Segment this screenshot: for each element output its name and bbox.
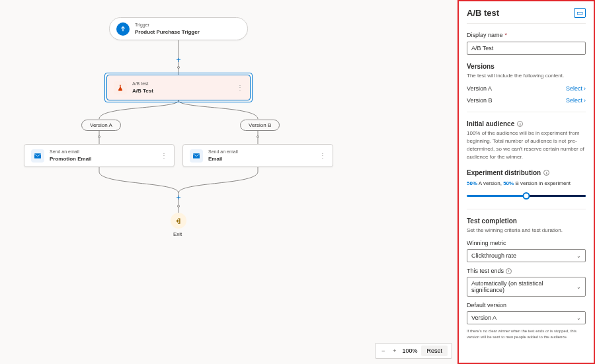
- default-version-label: Default version: [467, 302, 586, 309]
- version-a-select-link[interactable]: Select›: [566, 85, 586, 92]
- chevron-down-icon: ⌄: [576, 315, 581, 321]
- distribution-title: Experiment distribution i: [467, 169, 586, 176]
- chevron-right-icon: ›: [584, 97, 586, 104]
- info-icon[interactable]: i: [517, 121, 523, 127]
- abtest-properties-panel: A/B test ▭ Display name* Versions The te…: [457, 0, 595, 364]
- connector-dot: [98, 135, 100, 138]
- display-name-label: Display name*: [467, 32, 586, 38]
- connector-dot: [177, 66, 180, 69]
- svg-rect-7: [34, 153, 41, 159]
- chevron-down-icon: ⌄: [576, 284, 581, 290]
- email-node-b[interactable]: Send an email Email ⋮: [182, 144, 333, 167]
- test-ends-label: This test ends i: [467, 268, 586, 274]
- abtest-node-selected[interactable]: A/B test A/B Test ⋮: [104, 73, 253, 102]
- exit-label: Exit: [173, 231, 182, 237]
- add-step-plus[interactable]: +: [174, 193, 183, 202]
- flask-icon: [114, 81, 127, 94]
- chevron-down-icon: ⌄: [576, 253, 581, 259]
- winning-metric-label: Winning metric: [467, 240, 586, 246]
- connector-dot: [177, 205, 180, 207]
- info-icon[interactable]: i: [543, 170, 549, 176]
- abtest-main: A/B Test: [132, 87, 153, 94]
- version-a-row: Version A Select›: [467, 85, 586, 92]
- branch-a-label[interactable]: Version A: [81, 120, 121, 131]
- email-a-main: Promotion Email: [50, 155, 92, 163]
- versions-desc: The test will include the following cont…: [467, 72, 586, 80]
- completion-title: Test completion: [467, 217, 586, 225]
- zoom-level: 100%: [402, 347, 417, 354]
- journey-canvas[interactable]: Trigger Product Purchase Trigger + A/B t…: [0, 0, 457, 364]
- email-node-a[interactable]: Send an email Promotion Email ⋮: [24, 144, 175, 167]
- email-b-sub: Send an email: [208, 149, 238, 155]
- initial-audience-desc: 100% of the audience will be in experime…: [467, 129, 586, 161]
- branch-b-label[interactable]: Version B: [240, 120, 280, 131]
- email-icon: [31, 149, 44, 163]
- zoom-bar: − + 100% Reset: [375, 343, 452, 359]
- trigger-sub: Trigger: [135, 22, 200, 28]
- zoom-in-button[interactable]: +: [391, 347, 398, 354]
- completion-desc: Set the winning criteria and test durati…: [467, 227, 586, 235]
- email-icon: [190, 149, 203, 163]
- add-step-plus[interactable]: +: [174, 55, 183, 65]
- email-b-more-icon[interactable]: ⋮: [313, 152, 326, 159]
- distribution-summary: 50% A version, 50% B version in experime…: [467, 180, 586, 186]
- zoom-out-button[interactable]: −: [379, 347, 387, 354]
- version-b-name: Version B: [467, 97, 493, 104]
- email-a-sub: Send an email: [50, 149, 92, 155]
- email-b-main: Email: [208, 155, 238, 163]
- version-a-name: Version A: [467, 85, 492, 92]
- panel-title: A/B test: [467, 8, 499, 18]
- svg-rect-8: [193, 153, 200, 159]
- winning-metric-select[interactable]: Clickthrough rate ⌄: [467, 249, 586, 262]
- trigger-main: Product Purchase Trigger: [135, 28, 200, 36]
- exit-node[interactable]: [171, 213, 186, 229]
- panel-header-icon[interactable]: ▭: [574, 8, 586, 18]
- exit-icon: [175, 217, 182, 225]
- trigger-node[interactable]: Trigger Product Purchase Trigger: [109, 17, 248, 40]
- info-icon[interactable]: i: [506, 268, 512, 274]
- slider-thumb[interactable]: [523, 192, 530, 200]
- initial-audience-title: Initial audience i: [467, 120, 586, 127]
- distribution-slider[interactable]: [467, 190, 586, 201]
- version-b-select-link[interactable]: Select›: [566, 97, 586, 104]
- abtest-more-icon[interactable]: ⋮: [230, 84, 243, 91]
- test-ends-select[interactable]: Automatically (on statistical significan…: [467, 277, 586, 297]
- default-version-select[interactable]: Version A ⌄: [467, 311, 586, 324]
- email-a-more-icon[interactable]: ⋮: [154, 152, 167, 159]
- zoom-reset-button[interactable]: Reset: [421, 346, 448, 356]
- abtest-sub: A/B test: [132, 81, 153, 87]
- default-version-note: If there's no clear winner when the test…: [467, 328, 586, 340]
- trigger-icon: [116, 22, 130, 36]
- chevron-right-icon: ›: [584, 85, 586, 92]
- connector-dot: [257, 135, 259, 138]
- display-name-input[interactable]: [467, 42, 586, 55]
- version-b-row: Version B Select›: [467, 97, 586, 104]
- versions-title: Versions: [467, 63, 586, 70]
